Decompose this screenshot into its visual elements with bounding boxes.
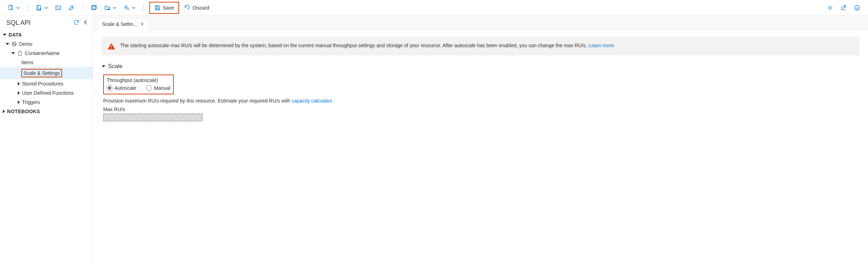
open-folder-button[interactable] [102, 3, 118, 12]
database-node[interactable]: Demo [0, 39, 93, 49]
desc-post: . [332, 98, 334, 104]
new-container-button[interactable] [89, 3, 99, 12]
radio-icon [146, 85, 152, 91]
info-text-post: . [614, 43, 615, 48]
gear-add-icon [123, 5, 130, 11]
items-node[interactable]: Items [0, 58, 93, 67]
new-sql-query-button[interactable] [6, 3, 22, 12]
section-label: DATA [9, 32, 22, 38]
settings-gear-button[interactable] [121, 3, 138, 12]
main-area: SQL API DATA Demo ContainerName [0, 16, 868, 264]
scale-settings-node[interactable]: Scale & Settings [0, 67, 93, 79]
command-bar: Save Discard [0, 0, 868, 16]
content-area: Scale & Settin... ✕ The starting autosca… [93, 16, 868, 264]
max-rus-input[interactable] [103, 114, 202, 121]
svg-point-8 [856, 7, 856, 7]
resource-tree: DATA Demo ContainerName Items Scale & Se… [0, 30, 93, 264]
popout-button[interactable] [838, 3, 849, 12]
refresh-button[interactable] [72, 18, 80, 27]
separator [83, 4, 83, 12]
new-database-button[interactable] [34, 3, 50, 12]
radio-autoscale[interactable]: Autoscale [107, 85, 136, 91]
api-title: SQL API [4, 19, 70, 27]
svg-point-6 [829, 7, 831, 9]
tab-scale-settings[interactable]: Scale & Settin... ✕ [98, 18, 149, 30]
sidebar-header: SQL API [0, 16, 93, 30]
section-notebooks[interactable]: NOTEBOOKS [0, 107, 93, 116]
radio-autoscale-label: Autoscale [115, 85, 136, 91]
notebooks-label: NOTEBOOKS [7, 109, 40, 114]
refresh-icon [73, 19, 79, 26]
save-label: Save [163, 5, 174, 11]
learn-more-link[interactable]: Learn more [589, 43, 614, 48]
throughput-highlight: Throughput (autoscale) Autoscale Manual [103, 75, 174, 94]
settings-panel: The starting autoscale max RU/s will be … [93, 30, 868, 264]
items-label: Items [21, 60, 33, 65]
info-text: The starting autoscale max RU/s will be … [120, 42, 615, 49]
svg-rect-2 [56, 6, 61, 10]
container-label: ContainerName [25, 50, 60, 56]
warning-icon [107, 43, 115, 50]
stored-procedures-node[interactable]: Stored Procedures [0, 79, 93, 88]
capacity-calculator-link[interactable]: capacity calculator [291, 98, 332, 104]
radio-icon [107, 85, 112, 91]
throughput-radio-group: Autoscale Manual [107, 85, 170, 91]
scale-header-label: Scale [108, 63, 122, 70]
gear-icon [827, 5, 833, 11]
scale-settings-label: Scale & Settings [23, 70, 60, 76]
tab-label: Scale & Settin... [102, 21, 138, 27]
caret-right-icon [18, 82, 20, 86]
feedback-button[interactable] [852, 3, 862, 12]
chevron-down-icon [44, 6, 48, 10]
throughput-label: Throughput (autoscale) [107, 77, 170, 83]
smile-icon [854, 5, 860, 11]
info-text-pre: The starting autoscale max RU/s will be … [120, 43, 589, 48]
close-icon[interactable]: ✕ [140, 22, 144, 27]
database-label: Demo [19, 41, 32, 47]
chevron-down-icon [113, 6, 116, 10]
undo-icon [184, 5, 190, 11]
tab-bar: Scale & Settin... ✕ [93, 16, 868, 30]
settings-button[interactable] [825, 3, 835, 12]
broom-icon [68, 5, 75, 11]
caret-down-icon [102, 65, 105, 67]
save-highlight: Save [149, 2, 179, 14]
svg-point-5 [125, 6, 127, 8]
caret-down-icon [11, 52, 15, 54]
scale-settings-highlight: Scale & Settings [21, 69, 62, 77]
open-query-button[interactable] [53, 3, 63, 12]
discard-button[interactable]: Discard [182, 3, 211, 12]
udf-label: User Defined Functions [22, 90, 74, 96]
triggers-label: Triggers [22, 99, 40, 105]
triggers-node[interactable]: Triggers [0, 98, 93, 107]
chevron-down-icon [132, 6, 135, 10]
udf-node[interactable]: User Defined Functions [0, 88, 93, 98]
discard-label: Discard [193, 5, 209, 11]
popout-icon [840, 5, 847, 11]
clear-button[interactable] [66, 3, 77, 12]
max-rus-label: Max RU/s [103, 106, 859, 112]
svg-point-7 [855, 5, 859, 10]
radio-manual[interactable]: Manual [146, 85, 170, 91]
section-data[interactable]: DATA [0, 30, 93, 39]
separator [28, 4, 28, 12]
caret-right-icon [3, 110, 5, 113]
container-icon [91, 5, 97, 11]
collapse-button[interactable] [82, 19, 89, 27]
sp-label: Stored Procedures [22, 81, 63, 87]
separator [143, 4, 144, 12]
save-button[interactable]: Save [152, 3, 176, 12]
caret-down-icon [6, 43, 9, 45]
scale-section-header[interactable]: Scale [102, 63, 859, 70]
svg-point-9 [858, 7, 858, 7]
sidebar: SQL API DATA Demo ContainerName [0, 16, 93, 264]
desc-pre: Provision maximum RU/s required by this … [103, 98, 291, 104]
save-icon [154, 5, 161, 11]
database-icon [11, 41, 17, 47]
caret-right-icon [18, 91, 20, 95]
radio-manual-label: Manual [154, 85, 170, 91]
info-banner: The starting autoscale max RU/s will be … [102, 37, 859, 55]
terminal-icon [55, 5, 61, 11]
container-node[interactable]: ContainerName [0, 49, 93, 58]
document-icon [17, 50, 23, 56]
